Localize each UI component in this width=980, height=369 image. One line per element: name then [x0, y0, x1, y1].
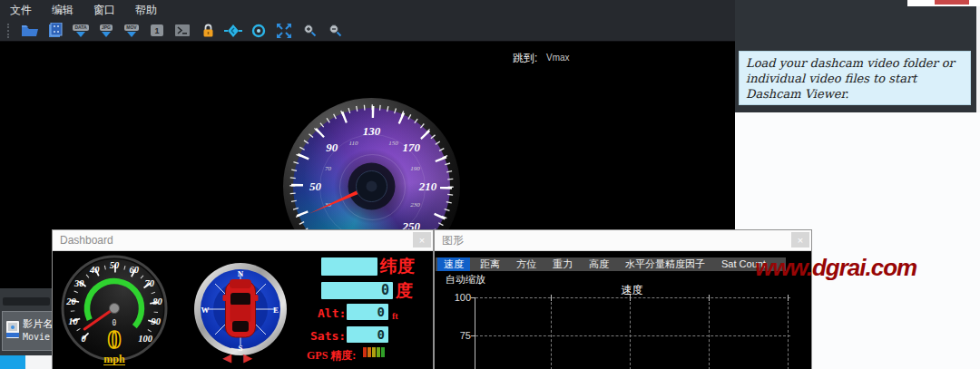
watermark: www.dgrai.com [755, 254, 916, 282]
graph-close-button[interactable]: × [791, 232, 809, 248]
log-console-icon[interactable] [172, 22, 192, 39]
mph-hub [110, 304, 120, 314]
gps-accuracy-bars [363, 347, 385, 357]
graph-titlebar[interactable]: 图形 × [435, 230, 811, 251]
mph-number: 80 [152, 296, 162, 306]
altitude-display: 0 [347, 304, 388, 320]
gridline-100 [475, 297, 790, 298]
toolbar-grip[interactable] [7, 24, 12, 38]
graph-tab-bearing[interactable]: 方位 [510, 257, 543, 271]
satellites-display: 0 [347, 326, 388, 343]
satellites-value: 0 [347, 326, 388, 343]
menu-file[interactable]: 文件 [0, 0, 42, 20]
menu-edit[interactable]: 编辑 [42, 0, 83, 20]
dial-minor-number: 150 [388, 140, 398, 147]
gridline-x3 [709, 297, 710, 369]
mph-number: 50 [110, 260, 120, 270]
mph-number: 70 [145, 278, 155, 288]
mph-number: 30 [74, 278, 84, 288]
satellites-label: Sats: [310, 329, 346, 343]
movie-file-icon [6, 321, 19, 338]
mph-number: 90 [151, 316, 161, 326]
os-close-button-fragment[interactable] [935, 0, 969, 5]
mph-number: 0 [81, 334, 86, 344]
taskbar-accent-fragment [0, 355, 25, 369]
compass-south-label: S [238, 344, 242, 353]
mph-number: 40 [89, 265, 100, 275]
graph-tab-speed[interactable]: 速度 [437, 257, 470, 271]
dashboard-close-button[interactable]: × [413, 232, 431, 248]
data-export-icon[interactable]: DATA [71, 22, 91, 39]
compass-west-label: W [201, 306, 210, 315]
graph-title: 图形 [435, 233, 464, 248]
fit-width-icon[interactable] [223, 22, 243, 39]
toolbar: DATA JPG MOV 1 [0, 20, 735, 42]
axis-tick [471, 335, 475, 336]
graph-tab-gforce[interactable]: 重力 [546, 257, 579, 271]
graph-tab-altitude[interactable]: 高度 [583, 257, 615, 271]
movie-file-icon[interactable] [45, 22, 65, 39]
axis-tick [709, 295, 710, 301]
compass-car [223, 279, 259, 337]
zoom-out-icon[interactable] [325, 22, 345, 39]
lock-icon[interactable] [198, 22, 218, 39]
longitude-display: 0 [321, 282, 393, 299]
latitude-display [321, 257, 377, 276]
file-list-panel: 影片名 Movie [0, 288, 56, 355]
menu-window[interactable]: 窗口 [83, 0, 125, 20]
open-folder-icon[interactable] [20, 22, 40, 39]
compass-east-label: E [273, 306, 279, 315]
longitude-value: 0 [321, 282, 393, 299]
taskbar-fragment [25, 355, 54, 369]
dashboard-window: Dashboard × 0 10 20 30 [52, 229, 434, 369]
dial-minor-number: 190 [410, 165, 420, 172]
zoom-in-icon[interactable] [299, 22, 319, 39]
altitude-label: Alt: [318, 306, 346, 320]
gridline-75 [475, 335, 790, 336]
dashboard-titlebar[interactable]: Dashboard × [53, 230, 433, 251]
axis-tick [788, 295, 789, 301]
compass-next-arrow[interactable]: ▶ [243, 351, 252, 364]
axis-tick [551, 295, 552, 301]
welcome-message: Load your dashcam video folder or indivi… [746, 55, 964, 102]
mph-big-value: 0 [108, 324, 122, 354]
dial-minor-number: 70 [325, 165, 332, 172]
dashboard-content: 0 10 20 30 40 50 60 70 80 90 100 0 0 mph [53, 251, 433, 369]
jpg-export-icon[interactable]: JPG [96, 22, 116, 39]
frame-step-icon[interactable]: 1 [147, 22, 167, 39]
gridline-x1 [551, 297, 552, 369]
latitude-label: 纬度 [380, 255, 415, 278]
file-panel-scrollbar[interactable] [3, 297, 50, 306]
mov-export-icon[interactable]: MOV [122, 22, 142, 39]
movie-list-row[interactable]: 影片名 Movie [2, 311, 54, 351]
settings-target-icon[interactable] [249, 22, 269, 39]
mph-number: 100 [138, 334, 153, 344]
dial-minor-number: 110 [349, 140, 358, 147]
altitude-value: 0 [347, 304, 388, 320]
axis-tick [471, 297, 475, 298]
altitude-unit: ft [392, 311, 398, 321]
app-window: 文件 编辑 窗口 帮助 DATA JPG MOV 1 [0, 0, 980, 369]
dial-number: 130 [363, 124, 381, 138]
graph-window: 图形 × 速度 距离 方位 重力 高度 水平分量精度因子 Sat Count 自… [434, 229, 812, 369]
graph-tab-hdop[interactable]: 水平分量精度因子 [619, 257, 711, 271]
y-tick-100: 100 [444, 292, 471, 303]
chart-title: 速度 [475, 283, 789, 298]
jump-to-label: 跳到: [513, 51, 537, 66]
jump-to-value[interactable]: Vmax [546, 53, 570, 63]
message-box: Load your dashcam video folder or indivi… [739, 51, 971, 105]
menu-help[interactable]: 帮助 [125, 0, 167, 20]
mph-unit-label: mph [103, 353, 125, 365]
gauge-hub-cap [367, 181, 377, 192]
compass-prev-arrow[interactable]: ◀ [222, 351, 231, 364]
y-tick-75: 75 [444, 330, 471, 341]
gps-accuracy-label: GPS 精度: [307, 348, 356, 364]
compass-north-label: N [238, 269, 244, 278]
mph-number: 10 [68, 316, 78, 326]
fullscreen-icon[interactable] [274, 22, 294, 39]
right-panel-edge [976, 0, 980, 112]
chart-plot-area: (mph) [475, 297, 790, 369]
dial-number: 90 [326, 141, 338, 154]
graph-tab-distance[interactable]: 距离 [474, 257, 506, 271]
gridline-x4 [788, 297, 789, 369]
